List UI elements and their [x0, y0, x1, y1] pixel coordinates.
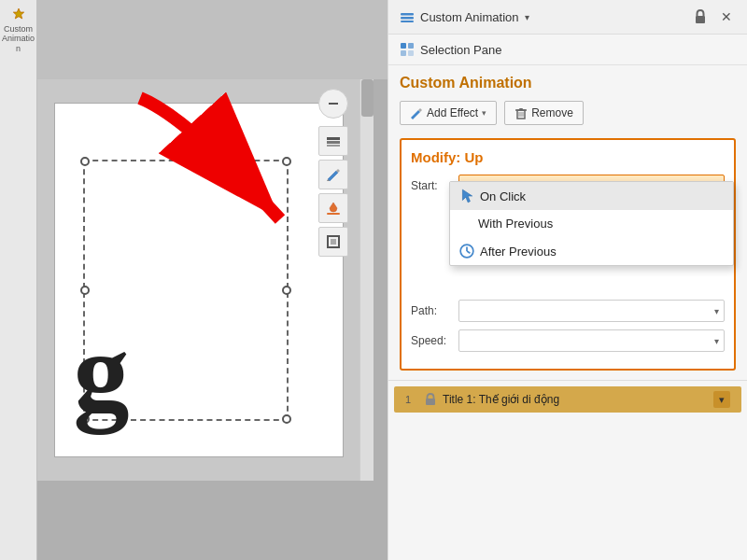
frame-button[interactable] — [318, 227, 348, 257]
add-effect-button[interactable]: Add Effect ▾ — [400, 101, 497, 125]
lock-icon — [694, 9, 707, 24]
trash-icon — [514, 106, 528, 119]
svg-rect-14 — [408, 43, 414, 49]
path-label: Path: — [411, 304, 453, 317]
star-icon — [8, 7, 29, 21]
pencil-icon — [326, 167, 341, 182]
canvas-letter: g — [74, 316, 130, 428]
dropdown-on-click-label: On Click — [480, 189, 526, 203]
anim-item-expand[interactable]: ▾ — [713, 391, 730, 408]
custom-animation-toolbar-item[interactable]: Custom Animation — [2, 7, 35, 54]
add-effect-label: Add Effect — [427, 106, 478, 119]
selection-pane-icon — [400, 42, 415, 57]
path-row: Path: ▾ — [411, 300, 725, 322]
minus-icon — [327, 97, 340, 110]
fill-button[interactable] — [318, 193, 348, 223]
dropdown-with-previous-label: With Previous — [478, 217, 553, 231]
clock-icon — [459, 244, 474, 259]
anim-item-number: 1 — [405, 394, 418, 405]
selection-pane-label: Selection Pane — [420, 43, 501, 57]
start-label: Start: — [411, 179, 453, 192]
svg-rect-11 — [401, 21, 414, 22]
right-panel: Custom Animation ▾ ✕ Selection Pane Cust… — [388, 0, 747, 560]
panel-title: Custom Animation — [420, 10, 519, 24]
remove-button[interactable]: Remove — [504, 101, 584, 125]
svg-line-25 — [467, 251, 470, 253]
path-select-container: ▾ — [458, 300, 725, 322]
slide-canvas: g — [54, 103, 344, 457]
panel-layers-icon — [400, 9, 415, 24]
svg-rect-10 — [401, 17, 414, 20]
dropdown-on-click[interactable]: On Click — [450, 182, 733, 210]
scrollbar[interactable] — [359, 79, 374, 481]
speed-label: Speed: — [411, 334, 453, 347]
layers-button[interactable] — [318, 126, 348, 156]
svg-rect-7 — [331, 239, 336, 245]
svg-rect-5 — [327, 213, 340, 215]
handle-ml — [80, 286, 90, 295]
panel-title-row: Custom Animation ▾ — [400, 9, 529, 24]
speed-select-container: ▾ — [458, 329, 725, 352]
lock-button[interactable] — [691, 7, 710, 26]
dropdown-after-previous[interactable]: After Previous — [450, 237, 733, 265]
close-button[interactable]: ✕ — [717, 7, 736, 26]
buttons-row: Add Effect ▾ Remove — [388, 97, 747, 134]
expand-arrow-icon: ▾ — [719, 394, 725, 406]
svg-rect-15 — [401, 50, 406, 56]
layers-icon — [325, 133, 342, 149]
svg-rect-12 — [696, 16, 705, 23]
left-toolbar: Custom Animation — [0, 0, 37, 560]
panel-dropdown-arrow[interactable]: ▾ — [525, 12, 529, 22]
canvas-area: g — [37, 79, 359, 481]
panel-header: Custom Animation ▾ ✕ — [388, 0, 747, 35]
minus-button[interactable] — [318, 89, 348, 119]
close-icon: ✕ — [721, 9, 732, 24]
frame-icon — [326, 234, 341, 249]
canvas-header — [37, 0, 397, 79]
handle-tr — [282, 157, 291, 166]
start-dropdown-popup: On Click With Previous After Previous — [449, 181, 734, 266]
float-toolbar — [318, 126, 348, 257]
svg-rect-16 — [408, 50, 414, 56]
dropdown-with-previous[interactable]: With Previous — [450, 210, 733, 237]
panel-header-icons: ✕ — [691, 7, 736, 26]
pencil-small-icon — [410, 106, 423, 119]
anim-item-text: Title 1: Thế giới di động — [443, 393, 708, 406]
remove-label: Remove — [531, 106, 573, 119]
svg-rect-2 — [327, 137, 340, 140]
selection-pane-row[interactable]: Selection Pane — [388, 35, 747, 65]
add-effect-arrow: ▾ — [482, 108, 486, 118]
handle-mr — [282, 286, 291, 295]
pencil-button[interactable] — [318, 160, 348, 189]
svg-rect-19 — [519, 108, 523, 110]
svg-rect-4 — [327, 145, 340, 147]
speed-select[interactable] — [458, 329, 725, 352]
custom-animation-label: Custom Animation — [2, 24, 35, 54]
custom-animation-heading: Custom Animation — [388, 65, 747, 97]
anim-lock-icon — [424, 393, 437, 406]
dropdown-after-previous-label: After Previous — [480, 245, 557, 259]
scroll-thumb[interactable] — [361, 79, 374, 117]
fill-icon — [326, 201, 341, 216]
path-select[interactable] — [458, 300, 725, 322]
animation-list: 1 Title 1: Thế giới di động ▾ — [388, 380, 747, 560]
svg-marker-0 — [13, 8, 23, 19]
handle-br — [282, 414, 291, 424]
animation-list-item[interactable]: 1 Title 1: Thế giới di động ▾ — [394, 386, 741, 413]
modify-title: Modify: Up — [411, 149, 725, 165]
speed-row: Speed: ▾ — [411, 329, 725, 352]
handle-tl — [80, 157, 90, 166]
svg-rect-9 — [401, 13, 414, 16]
svg-rect-3 — [327, 141, 340, 144]
svg-rect-26 — [426, 399, 435, 405]
svg-rect-13 — [401, 43, 406, 49]
modify-box: Modify: Up Start: On Click With Previous… — [400, 138, 736, 371]
cursor-icon — [459, 189, 474, 203]
